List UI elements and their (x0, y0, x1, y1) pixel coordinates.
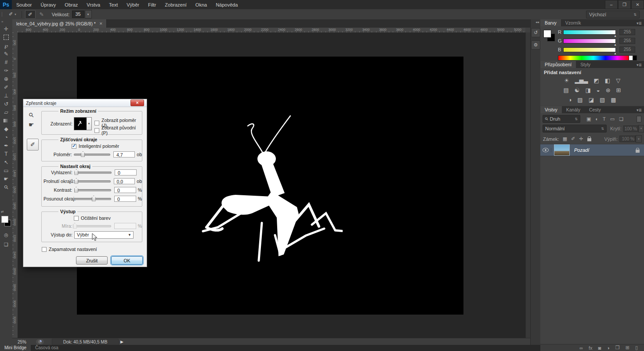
size-caret-icon[interactable]: ▾ (85, 10, 92, 18)
slider-thumb-icon[interactable]: ▲ (614, 52, 617, 55)
pen-tool-icon[interactable]: ✒ (0, 141, 12, 150)
minimize-button[interactable]: – (605, 0, 618, 9)
clone-stamp-tool-icon[interactable]: ⊥ (0, 91, 12, 100)
smart-radius-checkbox[interactable]: Inteligentní poloměr (72, 143, 119, 149)
red-value[interactable]: 255 (619, 29, 635, 35)
layer-name[interactable]: Pozadí (574, 147, 589, 153)
hue-saturation-icon[interactable]: ▤ (564, 87, 569, 93)
dialog-close-button[interactable]: ✕ (130, 100, 144, 106)
cancel-button[interactable]: Zrušit (76, 256, 108, 265)
toolbar-collapse-icon[interactable]: » (0, 19, 12, 25)
properties-panel-icon[interactable]: ⚙ (531, 40, 540, 50)
erase-refinements-tool-button[interactable]: ✎ (36, 10, 47, 19)
foreground-swatch[interactable] (543, 30, 551, 38)
vibrance-icon[interactable]: ▽ (616, 78, 620, 84)
refine-radius-tool-button[interactable]: ✐ (25, 10, 36, 19)
tab-adjustments[interactable]: Přizpůsobení (540, 61, 576, 68)
type-tool-icon[interactable]: T (0, 150, 12, 158)
posterize-icon[interactable]: ▨ (577, 97, 582, 103)
fill-caret-icon[interactable]: ▾ (636, 135, 642, 143)
eraser-tool-icon[interactable]: ▱ (0, 108, 12, 116)
rectangular-marquee-tool-icon[interactable] (0, 33, 12, 41)
close-tab-icon[interactable]: ✕ (99, 21, 103, 26)
status-icon[interactable] (36, 339, 44, 344)
tab-styles[interactable]: Styly (576, 61, 595, 68)
screen-mode-button[interactable]: ❏ (0, 240, 12, 249)
exposure-icon[interactable]: ◧ (605, 78, 610, 84)
link-layers-icon[interactable]: ∞ (579, 345, 583, 351)
dialog-title-bar[interactable]: Zpřesnit okraje ✕ (23, 99, 147, 107)
channel-mixer-icon[interactable]: ⊛ (606, 87, 611, 93)
size-input[interactable]: 35 (72, 11, 84, 18)
row-slider[interactable] (74, 189, 111, 191)
menu-item[interactable]: Obraz (60, 2, 82, 7)
green-slider[interactable]: ▲ (563, 39, 616, 43)
tab-channels[interactable]: Kanály (562, 106, 585, 113)
expand-panels-icon[interactable]: ◂◂ (531, 19, 541, 25)
lock-transparency-icon[interactable]: ▦ (563, 136, 567, 142)
brush-preset-icon[interactable]: ✐ ▾ (6, 11, 19, 17)
lock-all-icon[interactable] (587, 138, 591, 141)
quick-selection-tool-icon[interactable]: ✎ (0, 50, 12, 58)
brightness-contrast-icon[interactable]: ☀ (564, 78, 569, 84)
history-brush-tool-icon[interactable]: ↺ (0, 100, 12, 108)
blue-value[interactable]: 255 (619, 47, 635, 53)
curves-icon[interactable]: ◩ (594, 78, 599, 84)
levels-icon[interactable]: ▂▅▃ (575, 78, 588, 84)
brush-tool-icon[interactable]: ✐ (0, 83, 12, 91)
layer-filter-dropdown[interactable]: ⚲ Druh ⇅ (543, 115, 580, 123)
row-input[interactable]: 0 (115, 169, 137, 176)
new-layer-icon[interactable]: ⊞ (626, 345, 630, 351)
status-menu-arrow-icon[interactable]: ▶ (120, 340, 123, 344)
row-slider[interactable] (74, 172, 112, 174)
red-slider[interactable]: ▲ (563, 30, 616, 35)
quick-mask-button[interactable]: ◎ (0, 231, 12, 239)
filter-adjustment-layers-icon[interactable]: ◐ (595, 116, 598, 122)
menu-item[interactable]: Vrstva (82, 2, 105, 7)
blur-tool-icon[interactable]: ◆ (0, 125, 12, 133)
view-mode-thumbnail[interactable] (74, 117, 87, 130)
threshold-icon[interactable]: ◪ (589, 97, 594, 103)
color-lookup-icon[interactable]: ⊞ (616, 87, 621, 93)
checkbox-checked-icon[interactable] (72, 144, 76, 149)
filter-shape-layers-icon[interactable]: ▭ (610, 116, 615, 122)
slider-thumb-icon[interactable]: ▲ (614, 43, 617, 46)
menu-item[interactable]: Nápověda (211, 2, 242, 7)
opacity-value[interactable]: 100 % (623, 125, 638, 132)
dialog-refine-radius-brush-button[interactable]: ✐ (27, 139, 39, 150)
decontaminate-checkbox[interactable]: Očištění barev (74, 215, 111, 221)
dodge-tool-icon[interactable]: ◔ (0, 133, 12, 141)
history-panel-icon[interactable]: ↺ (531, 28, 540, 37)
color-balance-icon[interactable]: ☯ (575, 87, 580, 93)
checkbox-icon[interactable] (42, 247, 47, 252)
panel-color-swatches[interactable] (543, 30, 555, 41)
restore-button[interactable]: ❐ (618, 0, 631, 9)
slider-thumb[interactable] (74, 169, 78, 175)
black-white-icon[interactable]: ◨ (585, 87, 590, 93)
new-adjustment-layer-icon[interactable]: ◑ (607, 345, 610, 351)
spectrum-black-swatch[interactable] (633, 55, 637, 61)
tab-layers[interactable]: Vrstvy (540, 106, 562, 113)
ok-button[interactable]: OK (111, 256, 143, 265)
eyedropper-tool-icon[interactable]: ✑ (0, 66, 12, 75)
menu-item[interactable]: Text (105, 2, 122, 7)
spot-healing-tool-icon[interactable]: ⊕ (0, 75, 12, 83)
panel-menu-icon[interactable]: ▾≣ (637, 63, 644, 68)
document-tab[interactable]: lekce_04_výběry.jpg @ 25% (RGB/8) * ✕ (12, 19, 107, 28)
row-input[interactable]: 0,0 (114, 178, 135, 184)
selective-color-icon[interactable]: ▧ (600, 97, 605, 103)
workspace-dropdown[interactable]: Výchozí ⇅ (586, 11, 640, 18)
slider-thumb-icon[interactable]: ▲ (614, 34, 617, 37)
color-spectrum-bar[interactable] (558, 55, 629, 61)
radius-slider[interactable] (74, 154, 110, 156)
close-button[interactable]: ✕ (631, 0, 644, 9)
lock-pixels-icon[interactable]: ✐ (571, 136, 575, 142)
layer-row-background[interactable]: Pozadí (540, 144, 644, 156)
row-slider[interactable] (74, 198, 111, 200)
fill-value[interactable]: 100 % (619, 136, 636, 142)
path-selection-tool-icon[interactable]: ↖ (0, 158, 12, 166)
add-mask-icon[interactable]: ◙ (598, 345, 601, 351)
checkbox-icon[interactable] (94, 121, 99, 125)
menu-item[interactable]: Úpravy (36, 2, 60, 7)
row-slider[interactable] (74, 180, 111, 183)
